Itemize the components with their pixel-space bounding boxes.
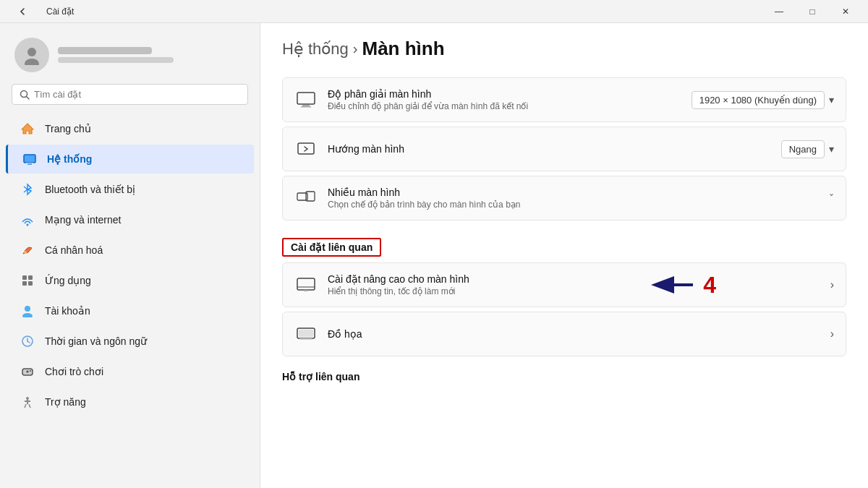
sidebar-item-time[interactable]: Thời gian và ngôn ngữ [6,327,254,356]
svg-rect-12 [22,281,27,286]
svg-rect-40 [299,338,312,340]
svg-rect-28 [297,93,315,104]
svg-point-22 [30,370,31,372]
graphics-control[interactable]: › [830,328,834,341]
graphics-title: Đồ họa [328,328,820,340]
chevron-right-icon2: › [830,328,834,341]
svg-rect-34 [297,278,315,290]
advanced-display-control[interactable]: › [830,278,834,291]
svg-rect-7 [26,163,33,163]
svg-rect-11 [28,275,33,280]
gaming-icon [20,364,35,379]
sidebar-item-label-apps: Ứng dụng [45,275,91,286]
main-content: Hệ thống › Màn hình Độ phân giải màn hìn… [260,23,868,488]
titlebar-left: Cài đặt [6,0,74,23]
multi-display-desc: Chọn chế độ bản trình bày cho màn hình c… [328,200,819,210]
sidebar-item-label-accounts: Tài khoản [45,305,90,317]
user-info [58,47,174,63]
page-header: Hệ thống › Màn hình [282,38,846,60]
app-body: Trang chủ Hệ thống 3 Bluetooth và thiết … [0,23,868,488]
setting-row-advanced[interactable]: Cài đặt nâng cao cho màn hình Hiển thị t… [282,262,846,307]
sidebar-item-home[interactable]: Trang chủ [6,114,254,143]
svg-line-3 [27,96,30,99]
search-input[interactable] [34,89,240,100]
svg-marker-4 [22,124,33,134]
back-button[interactable] [6,0,39,23]
graphics-icon [294,322,318,346]
multi-display-title: Nhiều màn hình [328,187,819,198]
accessibility-icon [20,395,35,409]
user-name [58,47,152,54]
svg-line-27 [29,404,30,408]
setting-row-graphics[interactable]: Đồ họa › [282,312,846,356]
multi-display-control[interactable]: ˅ [829,192,834,204]
setting-row-orientation[interactable]: Hướng màn hình Ngang ▾ [282,127,846,171]
advanced-display-title: Cài đặt nâng cao cho màn hình [328,273,820,285]
window-title: Cài đặt [46,7,74,17]
avatar [14,38,49,72]
sidebar-item-accessibility[interactable]: Trợ năng [6,388,254,416]
sidebar-item-label-gaming: Chơi trò chơi [45,366,103,377]
page-title: Màn hình [362,38,445,60]
multi-display-icon [294,187,318,210]
svg-rect-39 [299,330,313,337]
chevron-down-icon2: ▾ [829,143,834,155]
user-email [58,57,174,63]
minimize-button[interactable]: — [762,0,796,23]
svg-rect-29 [302,105,310,106]
search-icon [20,90,30,100]
sidebar-item-apps[interactable]: Ứng dụng [6,266,254,295]
related-container: Cài đặt nâng cao cho màn hình Hiển thị t… [282,262,846,307]
sidebar-item-system[interactable]: Hệ thống 3 [6,145,254,174]
svg-point-15 [22,313,33,317]
window-controls: — □ ✕ [762,0,862,23]
related-settings-label: Cài đặt liên quan [282,238,381,257]
svg-rect-36 [304,290,308,291]
setting-text-graphics: Đồ họa [328,328,820,340]
svg-point-14 [25,306,30,312]
system-icon [22,152,37,166]
sidebar-item-bluetooth[interactable]: Bluetooth và thiết bị [6,175,254,204]
resolution-control[interactable]: 1920 × 1080 (Khuyến dùng) ▾ [692,91,834,109]
home-icon [20,121,35,136]
orientation-icon [294,137,318,160]
breadcrumb-arrow: › [353,40,358,57]
svg-line-26 [25,404,26,408]
advanced-display-desc: Hiển thị thông tin, tốc độ làm mới [328,286,820,296]
sidebar-item-label-bluetooth: Bluetooth và thiết bị [45,184,135,195]
sidebar-item-label-system: Hệ thống [47,153,92,165]
network-icon [20,213,35,227]
sidebar-item-gaming[interactable]: Chơi trò chơi [6,357,254,386]
orientation-value[interactable]: Ngang [781,140,825,158]
svg-point-1 [25,59,39,65]
resolution-title: Độ phân giải màn hình [328,88,681,100]
search-box[interactable] [12,84,248,105]
sidebar: Trang chủ Hệ thống 3 Bluetooth và thiết … [0,23,260,488]
orientation-control[interactable]: Ngang ▾ [781,140,834,158]
setting-text-multi: Nhiều màn hình Chọn chế độ bản trình bày… [328,187,819,210]
resolution-value[interactable]: 1920 × 1080 (Khuyến dùng) [692,91,825,109]
svg-rect-13 [28,281,33,286]
sidebar-item-network[interactable]: Mạng và internet [6,205,254,234]
svg-point-23 [26,397,29,400]
accounts-icon [20,304,35,318]
setting-text-advanced: Cài đặt nâng cao cho màn hình Hiển thị t… [328,273,820,296]
user-profile[interactable] [0,23,260,84]
svg-point-8 [27,224,29,226]
setting-row-multi-display[interactable]: Nhiều màn hình Chọn chế độ bản trình bày… [282,176,846,221]
svg-rect-10 [22,275,27,280]
titlebar: Cài đặt — □ ✕ [0,0,868,23]
sidebar-item-label-time: Thời gian và ngôn ngữ [45,335,147,347]
personalize-icon [20,243,35,257]
support-label: Hỗ trợ liên quan [282,371,846,387]
sidebar-item-personalize[interactable]: Cá nhân hoá [6,236,254,265]
close-button[interactable]: ✕ [829,0,862,23]
setting-text-resolution: Độ phân giải màn hình Điều chỉnh độ phân… [328,88,681,111]
maximize-button[interactable]: □ [796,0,829,23]
sidebar-item-accounts[interactable]: Tài khoản [6,296,254,325]
sidebar-item-label-accessibility: Trợ năng [45,396,86,408]
svg-rect-5 [24,155,35,163]
setting-row-resolution[interactable]: Độ phân giải màn hình Điều chỉnh độ phân… [282,77,846,122]
sidebar-item-label-home: Trang chủ [45,123,91,134]
svg-rect-31 [298,143,314,154]
